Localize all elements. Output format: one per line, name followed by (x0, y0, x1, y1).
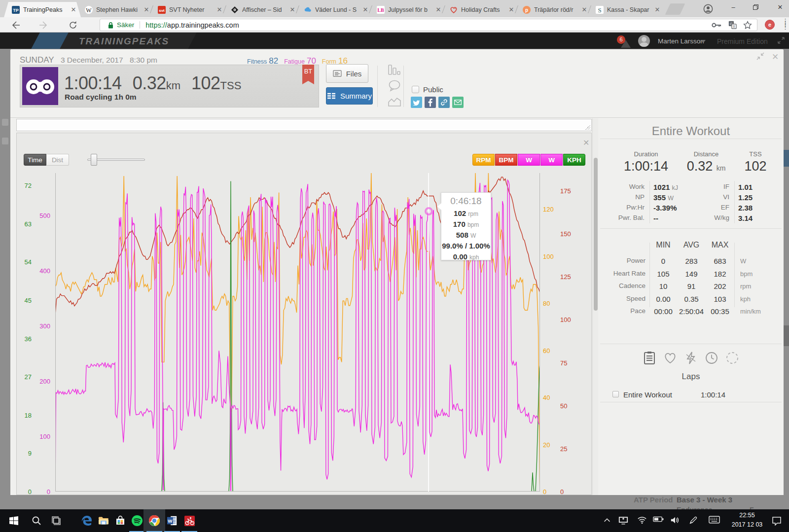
tray-volume-icon[interactable] (670, 516, 680, 526)
extension-icon[interactable]: e (765, 20, 775, 30)
avatar[interactable] (638, 35, 650, 47)
refresh-icon[interactable] (68, 20, 78, 30)
lap-checkbox[interactable] (612, 391, 619, 397)
browser-tab-trainingpeaks[interactable]: TPTrainingPeaks✕ (4, 2, 81, 17)
dashed-circle-icon[interactable] (725, 351, 739, 365)
axis-tick-kph: 54 (25, 258, 32, 266)
modal-collapse-icon[interactable] (756, 52, 764, 60)
tab-close-icon[interactable]: ✕ (362, 6, 369, 13)
browser-tab-v-der-lund-s[interactable]: Väder Lund - S✕ (296, 2, 373, 17)
workout-graph[interactable]: 0:46:18 102 rpm170 bpm508 W99.0% / 1.00%… (55, 173, 540, 492)
page-scrollbar-thumb[interactable] (784, 325, 789, 346)
clipboard-icon[interactable] (643, 351, 656, 365)
modal-close-icon[interactable]: ✕ (772, 52, 779, 62)
tray-keyboard-icon[interactable] (709, 516, 718, 526)
files-button[interactable]: Files (326, 64, 368, 83)
browser-tab-tr-p-rlor-r-d-r[interactable]: pTräpärlor röd/r✕ (515, 2, 592, 17)
lap-time: 1:00:14 (701, 390, 725, 399)
bt-badge: BT (302, 65, 314, 81)
axis-tick-rpm: 100 (543, 252, 554, 260)
twitter-share-button[interactable] (411, 97, 422, 108)
clock-icon[interactable] (705, 351, 718, 365)
bolt-icon[interactable] (684, 351, 698, 365)
expand-icon[interactable] (777, 36, 785, 44)
plot-bottom-border (55, 491, 540, 492)
slider-thumb[interactable] (91, 154, 97, 166)
browser-tab-affischer-sid[interactable]: Affischer – Sid✕ (223, 2, 300, 17)
tab-close-icon[interactable]: ✕ (289, 6, 296, 13)
tab-close-icon[interactable]: ✕ (581, 6, 588, 13)
divider (600, 402, 782, 402)
tray-pen-icon[interactable] (689, 516, 699, 526)
user-name[interactable]: Marten Larsson (658, 37, 704, 45)
public-checkbox[interactable] (412, 86, 419, 93)
chart-close-icon[interactable]: ✕ (583, 138, 589, 147)
series-button-w[interactable]: W (518, 154, 540, 166)
metric-label-fitness: Fitness (247, 58, 267, 65)
translate-icon[interactable]: G文 (728, 21, 737, 29)
time-toggle-button[interactable]: Time (24, 154, 46, 166)
lap-name: Entire Workout (623, 390, 672, 399)
taskbar-search-icon[interactable] (26, 509, 47, 532)
browser-tab-svt-nyheter[interactable]: svtSVT Nyheter✕ (150, 2, 227, 17)
window-maximize-button[interactable] (746, 0, 765, 14)
taskbar-clock[interactable]: 22:552017 12 03 (728, 511, 766, 530)
password-key-icon[interactable] (712, 22, 722, 28)
taskbar-start-icon[interactable] (3, 509, 25, 532)
chart-tooltip: 0:46:18 102 rpm170 bpm508 W99.0% / 1.00%… (441, 192, 491, 260)
address-bar[interactable]: Säker https://app.trainingpeaks.com G文 (100, 19, 757, 31)
action-center-icon[interactable] (772, 516, 782, 526)
browser-tab-holiday-crafts[interactable]: Holiday Crafts✕ (442, 2, 519, 17)
facebook-share-button[interactable] (425, 97, 436, 108)
email-share-button[interactable] (452, 97, 464, 108)
header-view-icons (384, 64, 405, 111)
notifications-bell[interactable]: 6 (617, 35, 632, 49)
modal-scrollbar-thumb[interactable] (594, 158, 598, 311)
axis-tick-bpm: 125 (560, 273, 571, 281)
series-button-w[interactable]: W (540, 154, 563, 166)
tray-wifi-icon[interactable] (637, 516, 647, 526)
back-icon[interactable] (11, 20, 21, 30)
brand-wordmark: TRAININGPEAKS (79, 36, 169, 47)
tab-close-icon[interactable]: ✕ (70, 6, 77, 13)
dist-toggle-button[interactable]: Dist (46, 154, 69, 166)
zoom-slider[interactable] (87, 154, 146, 166)
bar-chart-icon[interactable] (388, 64, 401, 76)
series-button-rpm[interactable]: RPM (472, 154, 495, 166)
taskbar-cycling-app-icon[interactable] (179, 509, 200, 532)
divider (600, 344, 782, 344)
browser-menu-icon[interactable]: ⋮⋮⋮ (782, 20, 786, 30)
user-dropdown-icon[interactable] (701, 40, 706, 43)
mam-min-speed: 0.00 (649, 295, 677, 303)
taskbar-taskview-icon[interactable] (45, 509, 67, 532)
bookmark-star-icon[interactable] (743, 21, 752, 30)
tray-battery-icon[interactable] (653, 516, 663, 526)
tab-close-icon[interactable]: ✕ (654, 6, 661, 13)
tab-close-icon[interactable]: ✕ (435, 6, 442, 13)
window-minimize-button[interactable]: – (723, 0, 743, 14)
heart-icon[interactable] (663, 351, 677, 365)
tray-chevron-up-icon[interactable] (603, 516, 612, 526)
window-close-button[interactable]: ✕ (770, 0, 789, 14)
tray-monitor-icon[interactable] (618, 516, 628, 526)
comment-icon[interactable] (388, 80, 401, 92)
series-button-bpm[interactable]: BPM (495, 154, 517, 166)
copy-link-button[interactable] (438, 97, 450, 108)
browser-tab-stephen-hawki[interactable]: WStephen Hawki✕ (77, 2, 154, 17)
tab-close-icon[interactable]: ✕ (143, 6, 150, 13)
comment-input[interactable] (16, 119, 592, 131)
tab-close-icon[interactable]: ✕ (216, 6, 223, 13)
mam-row-label-pace: Pace (604, 307, 646, 315)
modal-scrollbar[interactable] (592, 118, 598, 495)
resize-grip-icon[interactable] (585, 125, 590, 130)
summary-button[interactable]: Summary (326, 87, 373, 105)
browser-tab-julpyssel-f-r-b[interactable]: LBJulpyssel för b✕ (369, 2, 446, 17)
area-chart-icon[interactable] (388, 96, 401, 107)
forward-icon[interactable] (38, 20, 48, 30)
browser-profile-icon[interactable] (703, 4, 713, 14)
browser-tab-kassa-skapar[interactable]: SKassa - Skapar✕ (588, 2, 665, 17)
distance-value: 0.32 (133, 73, 166, 93)
tab-close-icon[interactable]: ✕ (508, 6, 515, 13)
series-button-kph[interactable]: KPH (563, 154, 585, 166)
atp-period-label: ATP Period (634, 496, 673, 504)
